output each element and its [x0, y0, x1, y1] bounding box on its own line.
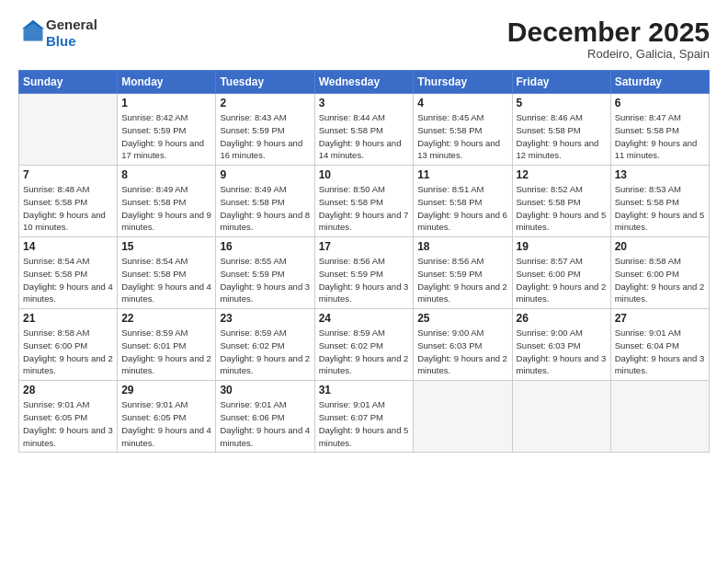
week-row-3: 14Sunrise: 8:54 AMSunset: 5:58 PMDayligh… — [19, 237, 710, 309]
day-number: 8 — [121, 168, 211, 181]
day-number: 23 — [220, 312, 310, 325]
day-number: 28 — [23, 384, 113, 396]
logo-blue-text: Blue — [46, 33, 76, 49]
day-number: 30 — [220, 384, 310, 396]
calendar-cell: 8Sunrise: 8:49 AMSunset: 5:58 PMDaylight… — [118, 166, 216, 237]
weekday-header-saturday: Saturday — [610, 71, 709, 94]
calendar-cell: 25Sunrise: 9:00 AMSunset: 6:03 PMDayligh… — [414, 309, 512, 381]
day-info: Sunrise: 8:59 AMSunset: 6:02 PMDaylight:… — [319, 327, 410, 377]
calendar-cell: 12Sunrise: 8:52 AMSunset: 5:58 PMDayligh… — [512, 166, 610, 237]
calendar-cell — [414, 381, 512, 453]
calendar-cell: 10Sunrise: 8:50 AMSunset: 5:58 PMDayligh… — [314, 166, 414, 237]
calendar-cell: 7Sunrise: 8:48 AMSunset: 5:58 PMDaylight… — [19, 166, 118, 237]
calendar-cell: 31Sunrise: 9:01 AMSunset: 6:07 PMDayligh… — [314, 381, 414, 453]
day-number: 9 — [220, 168, 310, 181]
day-info: Sunrise: 8:56 AMSunset: 5:59 PMDaylight:… — [319, 255, 410, 305]
calendar-cell: 15Sunrise: 8:54 AMSunset: 5:58 PMDayligh… — [118, 237, 216, 309]
calendar-cell: 26Sunrise: 9:00 AMSunset: 6:03 PMDayligh… — [512, 309, 610, 381]
calendar-cell: 3Sunrise: 8:44 AMSunset: 5:58 PMDaylight… — [314, 94, 414, 166]
day-number: 1 — [121, 97, 211, 109]
logo-general-text: General — [46, 17, 97, 32]
day-info: Sunrise: 8:56 AMSunset: 5:59 PMDaylight:… — [417, 255, 507, 305]
day-info: Sunrise: 8:52 AMSunset: 5:58 PMDaylight:… — [517, 183, 607, 234]
location-text: Rodeiro, Galicia, Spain — [507, 47, 710, 61]
calendar-cell — [610, 381, 709, 453]
day-info: Sunrise: 8:58 AMSunset: 6:00 PMDaylight:… — [23, 327, 113, 377]
svg-marker-0 — [24, 22, 43, 41]
day-number: 16 — [220, 240, 310, 253]
weekday-header-friday: Friday — [512, 71, 610, 94]
day-info: Sunrise: 8:49 AMSunset: 5:58 PMDaylight:… — [121, 183, 211, 234]
day-number: 2 — [220, 97, 310, 109]
day-info: Sunrise: 8:55 AMSunset: 5:59 PMDaylight:… — [220, 255, 310, 305]
day-info: Sunrise: 8:49 AMSunset: 5:58 PMDaylight:… — [220, 183, 310, 234]
day-number: 21 — [23, 312, 113, 325]
weekday-header-tuesday: Tuesday — [216, 71, 314, 94]
calendar-cell: 2Sunrise: 8:43 AMSunset: 5:59 PMDaylight… — [216, 94, 314, 166]
day-number: 18 — [417, 240, 507, 253]
day-number: 15 — [121, 240, 211, 253]
calendar-cell: 28Sunrise: 9:01 AMSunset: 6:05 PMDayligh… — [19, 381, 118, 453]
day-info: Sunrise: 8:45 AMSunset: 5:58 PMDaylight:… — [417, 111, 507, 162]
day-info: Sunrise: 8:53 AMSunset: 5:58 PMDaylight:… — [615, 183, 705, 234]
day-info: Sunrise: 8:42 AMSunset: 5:59 PMDaylight:… — [121, 111, 211, 162]
day-info: Sunrise: 8:44 AMSunset: 5:58 PMDaylight:… — [319, 111, 410, 162]
day-number: 24 — [319, 312, 410, 325]
weekday-header-row: SundayMondayTuesdayWednesdayThursdayFrid… — [19, 71, 710, 94]
calendar-cell: 18Sunrise: 8:56 AMSunset: 5:59 PMDayligh… — [414, 237, 512, 309]
day-number: 25 — [417, 312, 507, 325]
day-number: 3 — [319, 97, 410, 109]
month-title: December 2025 — [507, 17, 710, 47]
day-info: Sunrise: 8:54 AMSunset: 5:58 PMDaylight:… — [121, 255, 211, 305]
calendar-cell: 23Sunrise: 8:59 AMSunset: 6:02 PMDayligh… — [216, 309, 314, 381]
day-number: 17 — [319, 240, 410, 253]
day-number: 27 — [615, 312, 705, 325]
calendar-cell: 1Sunrise: 8:42 AMSunset: 5:59 PMDaylight… — [118, 94, 216, 166]
day-number: 13 — [615, 168, 705, 181]
day-number: 22 — [121, 312, 211, 325]
day-number: 7 — [23, 168, 113, 181]
calendar-cell — [512, 381, 610, 453]
day-number: 4 — [417, 97, 507, 109]
calendar-cell: 13Sunrise: 8:53 AMSunset: 5:58 PMDayligh… — [610, 166, 709, 237]
calendar-cell: 19Sunrise: 8:57 AMSunset: 6:00 PMDayligh… — [512, 237, 610, 309]
day-number: 12 — [517, 168, 607, 181]
day-number: 26 — [517, 312, 607, 325]
calendar-cell: 17Sunrise: 8:56 AMSunset: 5:59 PMDayligh… — [314, 237, 414, 309]
logo-icon — [20, 18, 46, 44]
weekday-header-monday: Monday — [118, 71, 216, 94]
weekday-header-thursday: Thursday — [414, 71, 512, 94]
weekday-header-wednesday: Wednesday — [314, 71, 414, 94]
day-info: Sunrise: 8:47 AMSunset: 5:58 PMDaylight:… — [615, 111, 705, 162]
calendar-table: SundayMondayTuesdayWednesdayThursdayFrid… — [18, 70, 710, 453]
day-number: 11 — [417, 168, 507, 181]
day-info: Sunrise: 9:01 AMSunset: 6:04 PMDaylight:… — [615, 327, 705, 377]
calendar-cell: 9Sunrise: 8:49 AMSunset: 5:58 PMDaylight… — [216, 166, 314, 237]
day-number: 5 — [517, 97, 607, 109]
calendar-cell: 5Sunrise: 8:46 AMSunset: 5:58 PMDaylight… — [512, 94, 610, 166]
calendar-cell: 14Sunrise: 8:54 AMSunset: 5:58 PMDayligh… — [19, 237, 118, 309]
weekday-header-sunday: Sunday — [19, 71, 118, 94]
day-number: 6 — [615, 97, 705, 109]
day-info: Sunrise: 9:01 AMSunset: 6:05 PMDaylight:… — [121, 398, 211, 449]
day-number: 29 — [121, 384, 211, 396]
page-header: General Blue December 2025 Rodeiro, Gali… — [18, 17, 710, 61]
calendar-cell: 6Sunrise: 8:47 AMSunset: 5:58 PMDaylight… — [610, 94, 709, 166]
day-info: Sunrise: 8:58 AMSunset: 6:00 PMDaylight:… — [615, 255, 705, 305]
week-row-1: 1Sunrise: 8:42 AMSunset: 5:59 PMDaylight… — [19, 94, 710, 166]
calendar-cell: 24Sunrise: 8:59 AMSunset: 6:02 PMDayligh… — [314, 309, 414, 381]
calendar-cell: 30Sunrise: 9:01 AMSunset: 6:06 PMDayligh… — [216, 381, 314, 453]
calendar-page: General Blue December 2025 Rodeiro, Gali… — [0, 0, 728, 563]
day-info: Sunrise: 8:46 AMSunset: 5:58 PMDaylight:… — [517, 111, 607, 162]
day-info: Sunrise: 8:54 AMSunset: 5:58 PMDaylight:… — [23, 255, 113, 305]
day-info: Sunrise: 8:43 AMSunset: 5:59 PMDaylight:… — [220, 111, 310, 162]
calendar-cell: 11Sunrise: 8:51 AMSunset: 5:58 PMDayligh… — [414, 166, 512, 237]
week-row-5: 28Sunrise: 9:01 AMSunset: 6:05 PMDayligh… — [19, 381, 710, 453]
day-info: Sunrise: 8:51 AMSunset: 5:58 PMDaylight:… — [417, 183, 507, 234]
day-number: 19 — [517, 240, 607, 253]
day-number: 31 — [319, 384, 410, 396]
day-info: Sunrise: 9:01 AMSunset: 6:07 PMDaylight:… — [319, 398, 410, 449]
day-number: 10 — [319, 168, 410, 181]
calendar-cell: 16Sunrise: 8:55 AMSunset: 5:59 PMDayligh… — [216, 237, 314, 309]
logo: General Blue — [18, 17, 97, 50]
